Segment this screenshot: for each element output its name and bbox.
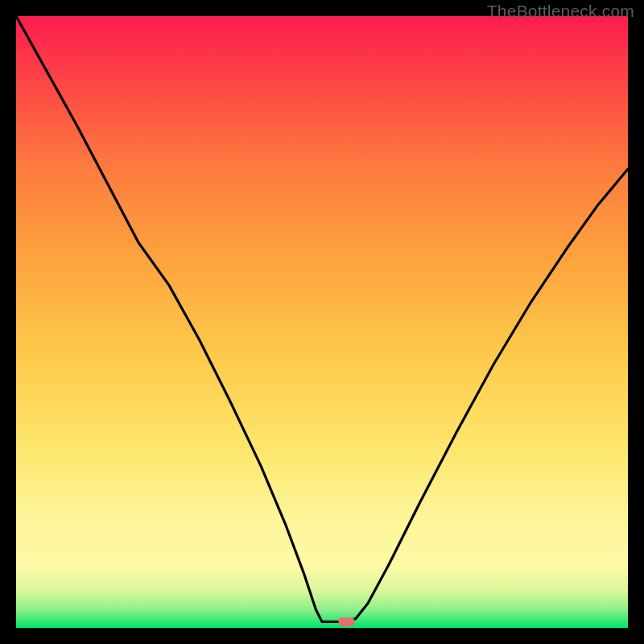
chart-container: TheBottleneck.com	[0, 0, 644, 644]
watermark-text: TheBottleneck.com	[487, 2, 634, 21]
chart-svg	[16, 16, 628, 628]
plot-area	[16, 16, 628, 628]
gradient-background	[16, 16, 628, 628]
optimum-marker	[338, 617, 354, 626]
